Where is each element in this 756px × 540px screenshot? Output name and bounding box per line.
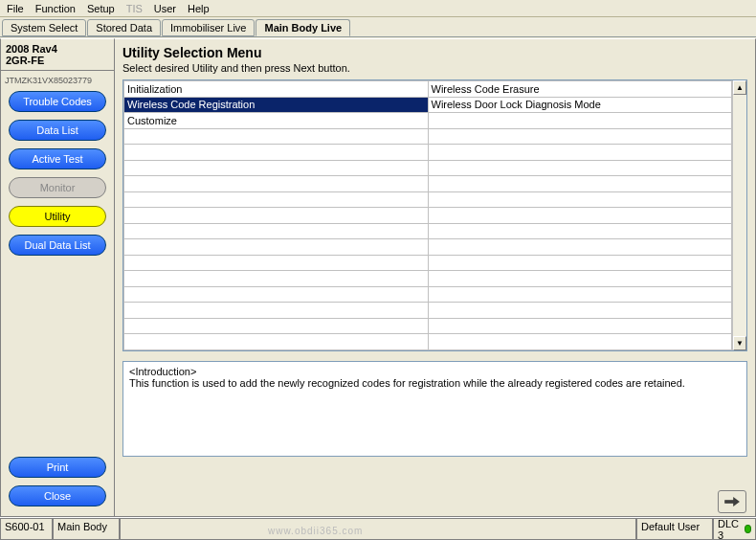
- table-cell-col2[interactable]: [428, 318, 732, 334]
- table-cell-col2[interactable]: [428, 176, 732, 192]
- table-cell-col1[interactable]: [124, 191, 429, 208]
- table-cell-col1[interactable]: Customize: [124, 113, 429, 129]
- table-cell-col1[interactable]: [124, 286, 429, 303]
- table-cell-col1[interactable]: [124, 239, 429, 256]
- table-row[interactable]: [124, 271, 732, 287]
- table-cell-col1[interactable]: [124, 271, 429, 287]
- status-system: Main Body: [53, 518, 120, 540]
- statusbar: S600-01 Main Body Default User DLC 3: [0, 517, 756, 540]
- table-cell-col1[interactable]: [124, 318, 429, 334]
- table-row[interactable]: [124, 191, 732, 208]
- vehicle-header: 2008 Rav4 2GR-FE: [1, 39, 114, 71]
- sidebar: 2008 Rav4 2GR-FE JTMZK31VX85023779 Troub…: [0, 38, 115, 517]
- table-cell-col1[interactable]: Wireless Code Registration: [124, 97, 429, 113]
- tabbar: System Select Stored Data Immobiliser Li…: [0, 17, 756, 36]
- table-row[interactable]: [124, 318, 732, 334]
- table-cell-col2[interactable]: [428, 128, 732, 145]
- table-cell-col2[interactable]: [428, 271, 732, 287]
- vehicle-model: 2008 Rav4: [6, 43, 109, 55]
- status-connection-label: DLC 3: [718, 518, 742, 541]
- table-cell-col2[interactable]: [428, 113, 732, 129]
- table-cell-col2[interactable]: Wireless Door Lock Diagnosis Mode: [428, 97, 732, 113]
- tab-stored-data[interactable]: Stored Data: [87, 19, 161, 36]
- close-button[interactable]: Close: [9, 485, 106, 506]
- table-cell-col2[interactable]: [428, 223, 732, 239]
- table-cell-col2[interactable]: [428, 145, 732, 161]
- watermark: www.obdii365.com: [268, 526, 363, 536]
- monitor-button: Monitor: [9, 177, 106, 198]
- arrow-right-icon: [723, 495, 741, 508]
- tab-immobiliser-live[interactable]: Immobiliser Live: [162, 19, 255, 36]
- print-button[interactable]: Print: [9, 457, 106, 478]
- table-cell-col2[interactable]: [428, 303, 732, 319]
- table-row[interactable]: Customize: [124, 113, 732, 129]
- table-cell-col2[interactable]: [428, 334, 732, 350]
- table-scrollbar[interactable]: ▲ ▼: [732, 80, 746, 350]
- utility-table[interactable]: InitializationWireless Code ErasureWirel…: [122, 79, 747, 351]
- table-row[interactable]: [124, 286, 732, 303]
- sidebar-buttons: Trouble Codes Data List Active Test Moni…: [1, 91, 114, 256]
- data-list-button[interactable]: Data List: [9, 120, 106, 141]
- intro-label: <Introduction>: [129, 366, 741, 377]
- menu-tis: TIS: [122, 2, 149, 15]
- menu-function[interactable]: Function: [31, 2, 82, 15]
- utility-button[interactable]: Utility: [9, 206, 106, 227]
- table-row[interactable]: [124, 208, 732, 224]
- table-row[interactable]: [124, 145, 732, 161]
- page-subtitle: Select desired Utility and then press Ne…: [122, 62, 747, 74]
- active-test-button[interactable]: Active Test: [9, 148, 106, 169]
- table-cell-col2[interactable]: [428, 239, 732, 256]
- status-user: Default User: [636, 518, 713, 540]
- tab-system-select[interactable]: System Select: [2, 19, 86, 36]
- intro-text: This function is used to add the newly r…: [129, 377, 741, 389]
- dual-data-list-button[interactable]: Dual Data List: [9, 235, 106, 256]
- table-cell-col1[interactable]: Initialization: [124, 81, 429, 98]
- table-row[interactable]: Wireless Code RegistrationWireless Door …: [124, 97, 732, 113]
- table-row[interactable]: [124, 176, 732, 192]
- trouble-codes-button[interactable]: Trouble Codes: [9, 91, 106, 112]
- table-row[interactable]: [124, 255, 732, 271]
- table-cell-col2[interactable]: [428, 160, 732, 176]
- menu-setup[interactable]: Setup: [82, 2, 122, 15]
- table-row[interactable]: InitializationWireless Code Erasure: [124, 81, 732, 98]
- table-cell-col2[interactable]: [428, 255, 732, 271]
- table-cell-col1[interactable]: [124, 128, 429, 145]
- table-cell-col2[interactable]: Wireless Code Erasure: [428, 81, 732, 98]
- content-panel: Utility Selection Menu Select desired Ut…: [115, 38, 756, 517]
- table-cell-col1[interactable]: [124, 176, 429, 192]
- status-code: S600-01: [0, 518, 53, 540]
- table-cell-col1[interactable]: [124, 208, 429, 224]
- status-connection: DLC 3: [713, 518, 756, 540]
- page-title: Utility Selection Menu: [122, 45, 747, 60]
- menu-help[interactable]: Help: [183, 2, 216, 15]
- table-row[interactable]: [124, 334, 732, 350]
- scroll-down-arrow-icon[interactable]: ▼: [733, 336, 746, 350]
- status-spacer: [120, 518, 636, 540]
- main-area: 2008 Rav4 2GR-FE JTMZK31VX85023779 Troub…: [0, 38, 756, 517]
- tab-main-body-live[interactable]: Main Body Live: [256, 19, 350, 36]
- table-cell-col2[interactable]: [428, 286, 732, 303]
- table-cell-col1[interactable]: [124, 223, 429, 239]
- table-row[interactable]: [124, 160, 732, 176]
- vehicle-vin: JTMZK31VX85023779: [1, 71, 114, 91]
- table-cell-col2[interactable]: [428, 208, 732, 224]
- menubar: File Function Setup TIS User Help: [0, 0, 756, 17]
- vehicle-engine: 2GR-FE: [6, 55, 109, 66]
- table-cell-col1[interactable]: [124, 334, 429, 350]
- connection-indicator-icon: [745, 525, 752, 533]
- menu-file[interactable]: File: [2, 2, 31, 15]
- scroll-up-arrow-icon[interactable]: ▲: [733, 80, 746, 95]
- menu-user[interactable]: User: [149, 2, 183, 15]
- table-cell-col1[interactable]: [124, 255, 429, 271]
- table-cell-col1[interactable]: [124, 303, 429, 319]
- table-cell-col1[interactable]: [124, 145, 429, 161]
- utility-table-grid: InitializationWireless Code ErasureWirel…: [123, 80, 732, 350]
- table-row[interactable]: [124, 128, 732, 145]
- table-row[interactable]: [124, 239, 732, 256]
- sidebar-bottom-buttons: Print Close: [1, 457, 114, 516]
- table-cell-col1[interactable]: [124, 160, 429, 176]
- next-button[interactable]: [718, 490, 746, 513]
- table-row[interactable]: [124, 303, 732, 319]
- table-cell-col2[interactable]: [428, 191, 732, 208]
- table-row[interactable]: [124, 223, 732, 239]
